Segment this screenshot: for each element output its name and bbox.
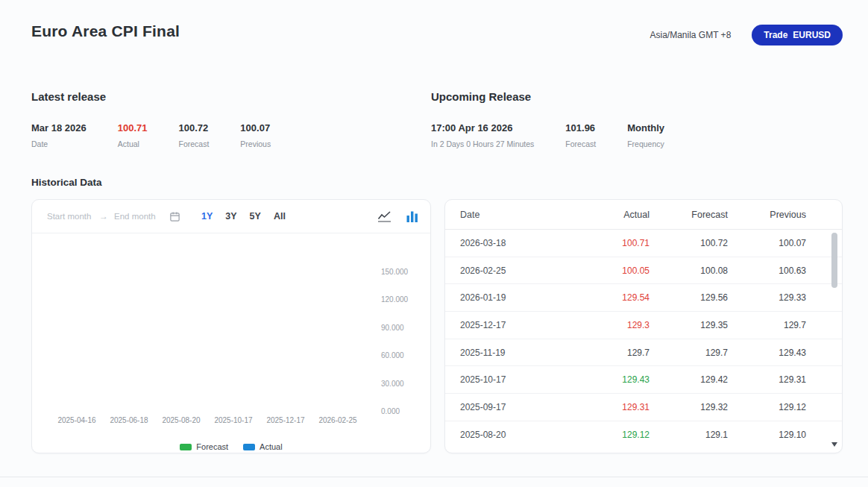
table-row: 2026-01-19129.54129.56129.33 [445, 284, 842, 312]
chart-card: → 1Y3Y5YAll [31, 199, 431, 453]
cell-date: 2025-09-17 [460, 402, 571, 412]
x-axis-tick [200, 416, 215, 424]
cell-forecast: 129.56 [650, 292, 728, 303]
cell-date: 2025-12-17 [460, 320, 571, 330]
cell-previous: 100.63 [728, 266, 806, 276]
release-label: Actual [118, 139, 148, 148]
line-chart-icon[interactable] [377, 211, 391, 222]
release-value: 100.71 [118, 122, 148, 133]
legend-item-actual[interactable]: Actual [243, 442, 283, 451]
scrollbar-down-arrow[interactable] [831, 442, 837, 447]
cell-forecast: 129.35 [650, 320, 728, 330]
chart-bars [69, 271, 371, 411]
x-axis-tick: 2025-10-17 [226, 416, 241, 424]
cell-previous: 129.10 [728, 430, 806, 440]
release-label: Frequency [627, 139, 664, 148]
cell-date: 2026-01-19 [460, 292, 571, 303]
release-value: 100.07 [240, 122, 271, 133]
release-item: 100.71Actual [118, 122, 148, 148]
upcoming-release-heading: Upcoming Release [431, 90, 831, 103]
release-item: 101.96Forecast [565, 122, 596, 148]
range-button-3y[interactable]: 3Y [225, 211, 236, 221]
legend-label: Actual [260, 442, 283, 451]
release-value: Mar 18 2026 [31, 122, 87, 133]
calendar-icon[interactable] [169, 211, 180, 222]
range-button-all[interactable]: All [274, 211, 286, 221]
release-value: 100.72 [179, 122, 210, 133]
cell-previous: 129.12 [728, 402, 806, 412]
table-row: 2025-08-20129.12129.1129.10 [445, 421, 842, 449]
y-axis-tick: 120.000 [381, 295, 408, 304]
cell-forecast: 129.32 [650, 402, 728, 412]
trade-button[interactable]: Trade EURUSD [752, 25, 843, 45]
release-label: In 2 Days 0 Hours 27 Minutes [431, 139, 534, 148]
release-item: MonthlyFrequency [627, 122, 664, 148]
legend-item-forecast[interactable]: Forecast [180, 442, 228, 451]
cell-previous: 100.07 [728, 238, 806, 248]
range-arrow-icon: → [99, 211, 108, 221]
cell-actual: 129.12 [571, 430, 650, 440]
x-axis-tick [356, 416, 371, 424]
release-value: Monthly [627, 122, 664, 133]
x-axis-tick: 2025-04-16 [69, 416, 84, 424]
trade-button-symbol: EURUSD [793, 30, 831, 40]
x-axis-tick [95, 416, 110, 424]
cell-date: 2026-03-18 [460, 238, 571, 248]
release-label: Forecast [565, 139, 596, 148]
header-right: Asia/Manila GMT +8 Trade EURUSD [650, 25, 843, 45]
table-scrollbar[interactable] [831, 231, 838, 449]
cell-forecast: 129.1 [650, 430, 728, 440]
y-axis-tick: 30.000 [381, 379, 404, 387]
release-item: 100.07Previous [240, 122, 271, 148]
latest-release-section: Latest release Mar 18 2026Date100.71Actu… [31, 90, 431, 148]
chart-toolbar: → 1Y3Y5YAll [32, 200, 430, 233]
bar-chart-icon[interactable] [406, 211, 418, 222]
page: Euro Area CPI Final Asia/Manila GMT +8 T… [0, 0, 868, 453]
cell-actual: 129.3 [571, 320, 650, 330]
page-title: Euro Area CPI Final [31, 22, 180, 40]
column-header-date: Date [460, 210, 571, 220]
table-body: 2026-03-18100.71100.72100.072026-02-2510… [445, 230, 842, 449]
release-item: 100.72Forecast [179, 122, 210, 148]
table-row: 2025-09-17129.31129.32129.12 [445, 394, 842, 421]
cell-date: 2025-10-17 [460, 374, 571, 385]
trade-button-label: Trade [764, 30, 787, 40]
x-axis-tick [304, 416, 319, 424]
cell-previous: 129.33 [728, 292, 806, 303]
table-row: 2025-11-19129.7129.7129.43 [445, 339, 842, 367]
cell-actual: 100.71 [571, 238, 650, 248]
table-row: 2025-12-17129.3129.35129.7 [445, 312, 842, 339]
x-axis-tick: 2026-02-25 [330, 416, 345, 424]
legend-swatch [180, 444, 192, 450]
latest-release-heading: Latest release [31, 90, 431, 103]
timezone-label: Asia/Manila GMT +8 [650, 30, 731, 40]
upcoming-release-items: 17:00 Apr 16 2026In 2 Days 0 Hours 27 Mi… [431, 122, 831, 148]
release-value: 101.96 [565, 122, 596, 133]
cell-actual: 129.31 [571, 402, 650, 412]
y-axis-tick: 150.000 [381, 268, 408, 276]
cell-forecast: 100.08 [650, 266, 728, 276]
chart-type-switch [377, 211, 418, 222]
start-month-input[interactable] [47, 212, 98, 221]
table-row: 2026-03-18100.71100.72100.07 [445, 230, 842, 257]
scrollbar-thumb[interactable] [831, 233, 837, 288]
y-axis-tick: 0.000 [381, 407, 400, 415]
chart-x-axis: 2025-04-162025-06-182025-08-202025-10-17… [69, 416, 371, 424]
range-button-1y[interactable]: 1Y [201, 211, 213, 221]
latest-release-items: Mar 18 2026Date100.71Actual100.72Forecas… [31, 122, 431, 148]
x-axis-tick: 2025-12-17 [278, 416, 293, 424]
end-month-input[interactable] [114, 212, 165, 221]
upcoming-release-section: Upcoming Release 17:00 Apr 16 2026In 2 D… [431, 90, 831, 148]
cell-actual: 129.7 [571, 348, 650, 358]
historical-data-cards: → 1Y3Y5YAll [31, 199, 843, 453]
release-label: Forecast [179, 139, 210, 148]
range-button-5y[interactable]: 5Y [250, 211, 261, 221]
bar-chart[interactable]: 0.00030.00060.00090.000120.000150.000 [69, 271, 371, 411]
cell-date: 2026-02-25 [460, 266, 571, 276]
legend-swatch [243, 444, 255, 450]
chart-legend: ForecastActual [32, 442, 430, 451]
column-header-forecast: Forecast [650, 210, 728, 220]
y-axis-tick: 90.000 [381, 323, 404, 331]
history-table-card: Date Actual Forecast Previous 2026-03-18… [444, 199, 843, 453]
cell-actual: 100.05 [571, 266, 650, 276]
